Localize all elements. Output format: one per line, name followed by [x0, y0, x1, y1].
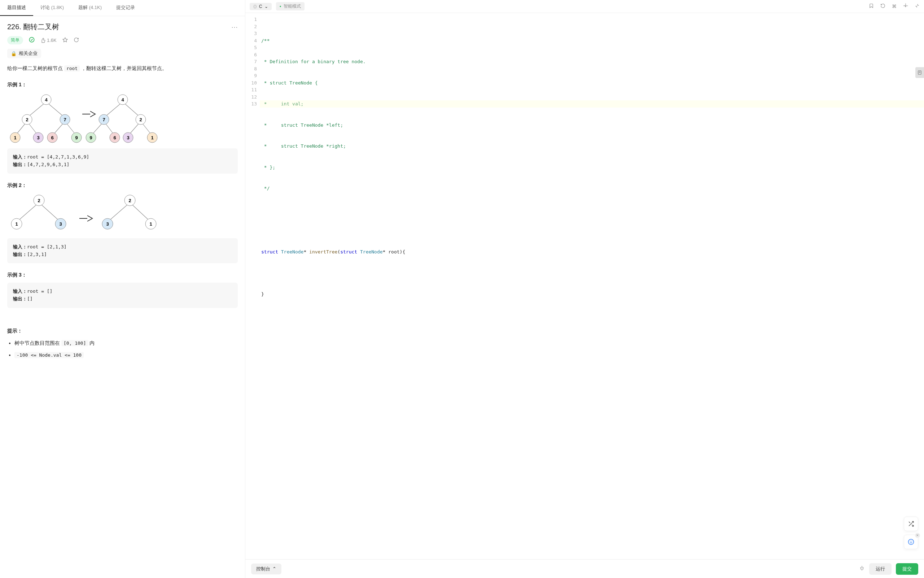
svg-line-68 — [863, 567, 864, 568]
svg-point-75 — [910, 541, 910, 541]
tab-description[interactable]: 题目描述 — [0, 0, 33, 16]
example2-code: 输入：root = [2,1,3] 输出：[2,3,1] — [7, 238, 238, 263]
hints-list: 树中节点数目范围在 [0, 100] 内 -100 <= Node.val <=… — [7, 339, 238, 360]
paste-button[interactable] — [915, 67, 924, 78]
debug-icon[interactable] — [859, 565, 865, 572]
hints-title: 提示： — [7, 328, 238, 334]
chevron-up-icon: ⌃ — [272, 566, 277, 572]
svg-text:9: 9 — [89, 135, 92, 140]
bookmark-icon[interactable] — [869, 3, 874, 10]
svg-point-76 — [912, 541, 912, 541]
svg-point-64 — [861, 567, 863, 570]
svg-text:1: 1 — [149, 221, 152, 226]
line-numbers: 12345678910111213 — [245, 13, 260, 559]
example2-title: 示例 2： — [7, 182, 238, 189]
settings-icon[interactable] — [903, 3, 908, 10]
svg-text:2: 2 — [26, 117, 28, 122]
lock-icon: 🔒 — [11, 51, 16, 56]
chevron-down-icon: ⌄ — [264, 4, 268, 9]
svg-text:2: 2 — [139, 117, 142, 122]
keyboard-shortcut-icon[interactable]: ⌘ — [892, 3, 896, 9]
close-icon[interactable]: ✕ — [915, 533, 920, 538]
svg-line-67 — [860, 567, 861, 568]
svg-line-70 — [863, 568, 864, 569]
svg-text:1: 1 — [151, 135, 153, 140]
svg-text:3: 3 — [59, 221, 62, 226]
svg-text:6: 6 — [113, 135, 116, 140]
code-editor[interactable]: 12345678910111213 /** * Definition for a… — [245, 13, 924, 559]
tab-submission[interactable]: 提交记录 — [109, 0, 142, 16]
svg-text:4: 4 — [121, 97, 124, 102]
svg-marker-1 — [63, 37, 68, 42]
example3-title: 示例 3： — [7, 272, 238, 278]
svg-text:3: 3 — [127, 135, 129, 140]
refresh-icon[interactable] — [74, 37, 79, 44]
svg-line-69 — [860, 568, 861, 569]
tab-solution[interactable]: 题解 (4.1K) — [71, 0, 109, 16]
problem-title: 226. 翻转二叉树 — [7, 22, 59, 32]
svg-line-44 — [39, 203, 61, 222]
random-question-button[interactable] — [904, 516, 918, 531]
svg-line-45 — [107, 203, 130, 222]
submit-button[interactable]: 提交 — [896, 563, 918, 575]
fullscreen-icon[interactable] — [914, 3, 920, 10]
svg-text:7: 7 — [102, 117, 105, 122]
svg-text:1: 1 — [14, 135, 16, 140]
example1-title: 示例 1： — [7, 81, 238, 88]
svg-text:9: 9 — [75, 135, 78, 140]
svg-line-73 — [909, 522, 910, 523]
svg-point-74 — [908, 539, 914, 545]
console-toggle[interactable]: 控制台 ⌃ — [251, 563, 282, 575]
svg-line-43 — [16, 203, 39, 222]
svg-text:2: 2 — [37, 198, 40, 203]
tab-discuss[interactable]: 讨论 (1.8K) — [33, 0, 71, 16]
smart-mode-toggle[interactable]: ● 智能模式 — [276, 2, 304, 10]
svg-text:7: 7 — [63, 117, 66, 122]
svg-line-46 — [130, 203, 151, 222]
svg-text:4: 4 — [45, 97, 48, 102]
help-chat-button[interactable]: ✕ — [904, 535, 918, 549]
favorite-icon[interactable] — [62, 37, 68, 44]
company-tag[interactable]: 🔒 相关企业 — [7, 49, 41, 58]
example3-code: 输入：root = [] 输出：[] — [7, 283, 238, 308]
problem-description: 给你一棵二叉树的根节点 root ，翻转这棵二叉树，并返回其根节点。 — [7, 64, 238, 73]
difficulty-badge: 简单 — [7, 36, 23, 44]
run-button[interactable]: 运行 — [869, 563, 892, 575]
svg-text:2: 2 — [128, 198, 131, 203]
like-button[interactable]: 1.6K — [40, 37, 57, 43]
svg-text:3: 3 — [37, 135, 39, 140]
solved-check-icon — [29, 37, 35, 44]
reset-icon[interactable] — [880, 3, 885, 10]
language-select[interactable]: ⟨⟩ C ⌄ — [250, 3, 272, 10]
more-icon[interactable]: ⋯ — [231, 23, 238, 31]
svg-text:6: 6 — [51, 135, 53, 140]
svg-text:3: 3 — [106, 221, 108, 226]
example2-diagram: 2 1 3 2 3 1 — [7, 193, 238, 234]
example1-diagram: 4 2 7 1 3 6 9 4 7 2 9 6 3 1 — [7, 93, 238, 144]
example1-code: 输入：root = [4,2,7,1,3,6,9] 输出：[4,7,2,9,6,… — [7, 148, 238, 174]
problem-tabs: 题目描述 讨论 (1.8K) 题解 (4.1K) 提交记录 — [0, 0, 245, 16]
svg-text:1: 1 — [15, 221, 18, 226]
